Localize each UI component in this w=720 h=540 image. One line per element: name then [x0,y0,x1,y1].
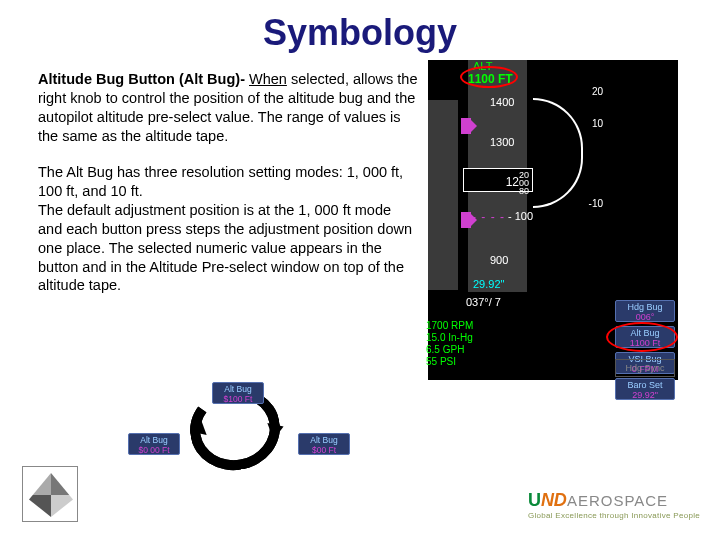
paragraph-1: Altitude Bug Button (Alt Bug)- When sele… [38,70,418,145]
content-row: Altitude Bug Button (Alt Bug)- When sele… [0,60,720,380]
altitude-readout: 12200080 [463,168,533,192]
engine-psi: 55 PSI [426,356,473,368]
when-underline: When [249,71,287,87]
baro-set-button[interactable]: Baro Set29.92" [615,378,675,400]
alt-readout-tens: 200080 [519,171,529,195]
vsi-arc-icon [533,98,583,208]
engine-rpm: 1700 RPM [426,320,473,332]
und-aerospace-logo: UNDAEROSPACE [528,490,700,511]
cycle-btn-1000ft: Alt Bug$0 00 Ft [128,433,180,455]
page-title: Symbology [0,0,720,60]
figure-area: ALT 1100 FT 1400 1300 12200080 - - - - -… [428,60,690,380]
pfd-panel: ALT 1100 FT 1400 1300 12200080 - - - - -… [428,60,678,380]
vsi-tick: -10 [589,198,603,209]
footer-logo-right: UNDAEROSPACE Global Excellence through I… [528,490,700,520]
vsi-area: 20 10 -10 [533,78,603,238]
annotation-circle-icon [606,322,678,352]
heading-readout: 037°/ 7 [466,296,501,308]
hdg-bug-button[interactable]: Hdg Bug006° [615,300,675,322]
body-text: Altitude Bug Button (Alt Bug)- When sele… [38,60,418,380]
minimums-dashes: - - - - [472,210,505,224]
alt-tick: 1300 [490,136,514,148]
footer-logo-left-icon [22,466,78,522]
alt-tick: 1400 [490,96,514,108]
paragraph-2: The Alt Bug has three resolution setting… [38,163,418,295]
engine-mp: 15.0 In-Hg [426,332,473,344]
altitude-bug-icon [461,212,471,228]
hdg-sync-button[interactable]: Hdg Sync [615,359,675,377]
altitude-bug-icon [461,118,471,134]
alt-tick: - 100 [508,210,533,222]
engine-gph: 6.5 GPH [426,344,473,356]
vsi-tick: 20 [592,86,603,97]
footer-tagline: Global Excellence through Innovative Peo… [528,511,700,520]
vsi-tick: 10 [592,118,603,129]
annotation-circle-icon [460,66,518,88]
cycle-btn-10ft: Alt Bug$00 Ft [298,433,350,455]
engine-data: 1700 RPM 15.0 In-Hg 6.5 GPH 55 PSI [426,320,473,368]
alt-bug-heading: Altitude Bug Button (Alt Bug)- [38,71,249,87]
resolution-cycle-diagram: Alt Bug$100 Ft Alt Bug$0 00 Ft Alt Bug$0… [120,388,360,478]
cycle-btn-100ft: Alt Bug$100 Ft [212,382,264,404]
baro-readout: 29.92" [473,278,504,290]
alt-tick: 900 [490,254,508,266]
alt-readout-main: 12 [506,175,519,189]
